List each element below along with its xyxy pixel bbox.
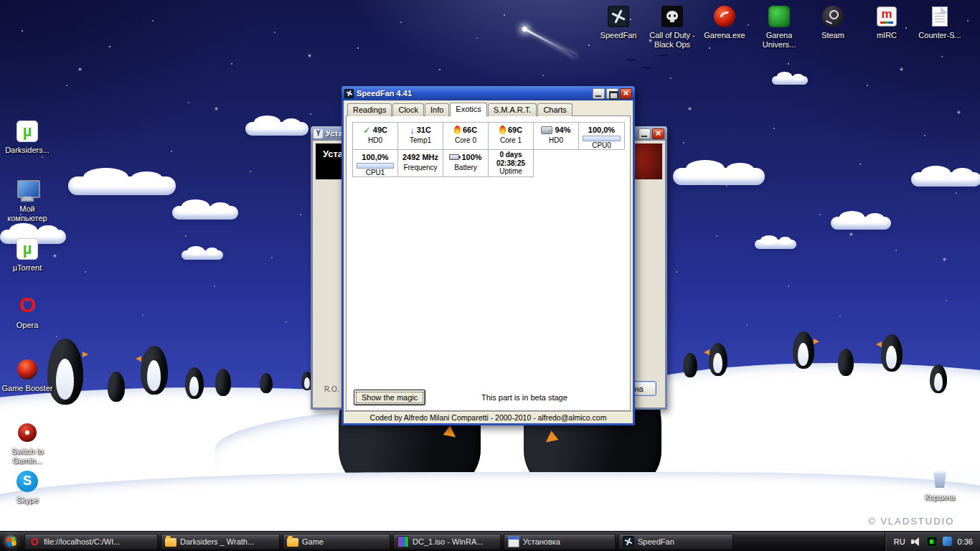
sensor-value: 66C: [463, 126, 477, 134]
taskbar-task-winrar[interactable]: DC_1.iso - WinRA...: [393, 534, 501, 550]
cloud: [673, 168, 765, 185]
task-label: Game: [302, 537, 324, 546]
bright-stars: [0, 0, 2, 2]
desktop-icon-darksiders[interactable]: Darksiders...: [0, 119, 55, 155]
sensor-label: HD0: [353, 136, 397, 144]
start-button[interactable]: [0, 532, 23, 551]
penguin: [185, 367, 204, 399]
speedfan-maximize-button[interactable]: [606, 88, 618, 99]
desktop-icon-steam[interactable]: Steam: [806, 4, 860, 40]
recycle-bin-icon: [933, 469, 947, 488]
document-icon: [932, 6, 948, 27]
sensor-cell-hd0-usage: 94% HD0: [534, 123, 579, 150]
vladstudio-watermark: © VLADSTUDIO: [868, 516, 954, 527]
tab-info[interactable]: Info: [425, 103, 449, 116]
speedfan-tray-icon[interactable]: [927, 537, 937, 547]
penguin: [709, 343, 727, 376]
speedfan-window-icon: [344, 89, 354, 98]
sensor-label: HD0: [534, 136, 578, 144]
taskbar-task-installer[interactable]: Установка: [504, 534, 616, 550]
speedfan-tabs: Readings Clock Info Exotics S.M.A.R.T. C…: [346, 103, 631, 116]
desktop-icon-recycle-bin[interactable]: Корзина: [913, 466, 967, 502]
desktop-icon-my-computer[interactable]: Мой компьютер: [0, 178, 55, 223]
desktop-icon-switch-to-gaming[interactable]: Switch to Gamin...: [0, 420, 55, 466]
cloud: [245, 122, 308, 136]
utorrent-icon: [17, 238, 38, 260]
penguin: [215, 369, 231, 396]
desktop-icon-label: Garena.exe: [697, 31, 752, 40]
sensor-value: 94%: [555, 126, 570, 134]
desktop-icon-utorrent[interactable]: µTorrent: [0, 237, 55, 273]
sensor-value: 0 days: [499, 151, 522, 159]
desktop-icon-game-booster[interactable]: Game Booster: [0, 357, 55, 393]
sensor-cell-cpu1: 100,0% CPU1: [353, 150, 398, 177]
desktop-icon-label: Мой компьютер: [0, 204, 55, 223]
desktop-icon-speedfan[interactable]: SpeedFan: [591, 4, 646, 40]
sensor-cell-frequency: 2492 MHz Frequency: [398, 150, 443, 177]
sensor-cell-core0: 66C Core 0: [443, 123, 489, 150]
sensor-value: 100%: [461, 153, 481, 161]
desktop-icon-label: Steam: [806, 31, 860, 40]
speedfan-close-button[interactable]: [620, 88, 632, 99]
arrow-down-icon: [410, 126, 415, 135]
tab-smart[interactable]: S.M.A.R.T.: [488, 103, 537, 116]
installer-close-button[interactable]: [652, 128, 664, 139]
speedfan-icon: [623, 536, 634, 547]
sensor-value: 31C: [417, 126, 431, 134]
tab-clock[interactable]: Clock: [392, 103, 424, 116]
desktop-icon-skype[interactable]: Skype: [0, 469, 55, 505]
tab-readings[interactable]: Readings: [347, 103, 392, 116]
sensor-label: CPU1: [353, 169, 397, 176]
cpu1-progressbar: [357, 163, 394, 169]
desktop-icon-counter-strike[interactable]: Counter-S...: [913, 4, 967, 40]
desktop-icon-label: µTorrent: [0, 263, 55, 273]
folder-icon: [165, 538, 176, 547]
speedfan-titlebar[interactable]: SpeedFan 4.41: [341, 86, 635, 100]
sensor-cell-hd0-temp: 49C HD0: [353, 123, 398, 150]
folder-icon: [287, 538, 298, 547]
opera-icon: [16, 295, 39, 318]
flame-icon: [454, 126, 461, 134]
my-computer-icon: [16, 179, 39, 201]
battery-icon: [449, 154, 459, 160]
sensor-value: 02:38:25: [496, 159, 525, 167]
sensor-cell-temp1: 31C Temp1: [398, 123, 443, 150]
tab-charts[interactable]: Charts: [537, 103, 572, 116]
desktop-icon-garena-universe[interactable]: Garena Univers...: [752, 4, 806, 50]
installer-minimize-button[interactable]: [639, 128, 651, 139]
installer-credit: R.O.: [324, 385, 339, 393]
taskbar-clock[interactable]: 0:36: [958, 537, 973, 546]
task-label: file://localhost/C:/WI...: [44, 537, 120, 546]
taskbar-task-speedfan[interactable]: SpeedFan: [618, 534, 733, 550]
penguin: [108, 372, 125, 402]
sensor-cell-uptime: 0 days 02:38:25 Uptime: [489, 150, 534, 177]
desktop-icon-call-of-duty[interactable]: Call of Duty - Black Ops: [645, 4, 699, 50]
garena-icon: [714, 6, 735, 27]
desktop-icon-garena[interactable]: Garena.exe: [697, 4, 752, 40]
taskbar-task-darksiders[interactable]: Darksiders _ Wrath...: [161, 534, 280, 550]
penguin: [141, 346, 168, 395]
sensor-cell-battery: 100% Battery: [443, 150, 489, 177]
penguin: [793, 331, 814, 369]
steam-icon: [822, 6, 844, 27]
tab-exotics[interactable]: Exotics: [450, 103, 486, 116]
sensor-value: 100,0%: [588, 126, 615, 134]
desktop-icon-label: mIRC: [859, 31, 914, 40]
language-indicator[interactable]: RU: [894, 537, 905, 546]
desktop-icon-mirc[interactable]: mIRC: [859, 4, 914, 40]
desktop-icon-opera[interactable]: Opera: [0, 294, 55, 330]
show-the-magic-button[interactable]: Show the magic: [354, 390, 425, 405]
speedfan-title: SpeedFan 4.41: [357, 89, 590, 98]
taskbar-task-opera[interactable]: file://localhost/C:/WI...: [24, 534, 158, 550]
cpu0-progressbar: [583, 136, 621, 141]
desktop: © VLADSTUDIO SpeedFan Call of Duty - Bla…: [0, 0, 980, 551]
speedfan-minimize-button[interactable]: [593, 88, 605, 99]
switch-gaming-icon: [18, 423, 37, 442]
volume-icon[interactable]: [911, 537, 921, 546]
penguin: [683, 353, 697, 377]
sensor-label: Temp1: [398, 136, 443, 144]
sensor-label: Core 1: [489, 136, 533, 144]
taskbar-task-game[interactable]: Game: [283, 534, 390, 550]
check-icon: [363, 126, 371, 135]
network-tray-icon[interactable]: [943, 537, 952, 546]
